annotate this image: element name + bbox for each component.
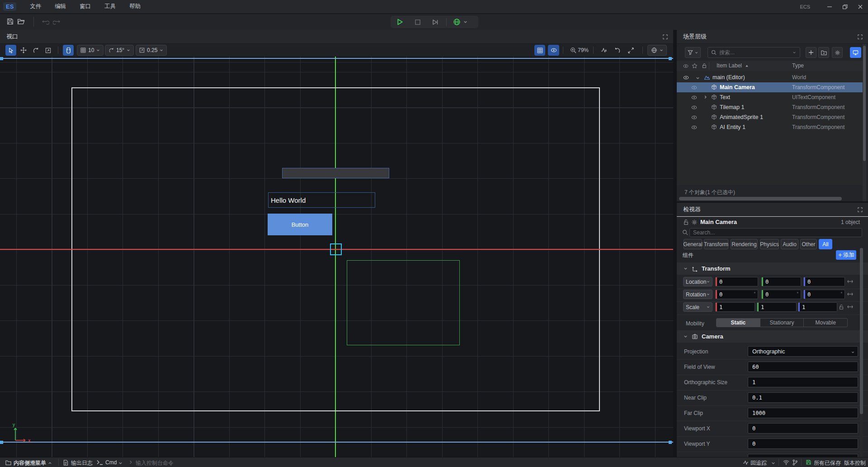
add-folder-button[interactable] xyxy=(818,47,829,58)
tree-row-text[interactable]: Text UITextComponent xyxy=(677,92,864,102)
near-clip-input[interactable]: 0.1 xyxy=(748,392,858,403)
scale-x-input[interactable]: 1 xyxy=(715,302,755,312)
far-clip-input[interactable]: 1000 xyxy=(748,408,858,418)
scale-y-input[interactable]: 1 xyxy=(757,302,797,312)
ortho-size-input[interactable]: 1 xyxy=(748,377,858,387)
mobility-movable[interactable]: Movable xyxy=(804,319,847,327)
link-icon[interactable] xyxy=(847,305,853,309)
redo-icon[interactable] xyxy=(53,18,61,25)
display-mode-button[interactable] xyxy=(850,47,861,58)
mobility-static[interactable]: Static xyxy=(717,319,760,327)
column-item-label[interactable]: Item Label xyxy=(717,62,742,69)
menu-tools[interactable]: 工具 xyxy=(104,3,116,10)
menu-help[interactable]: 帮助 xyxy=(129,3,141,10)
edge-handle[interactable] xyxy=(0,57,3,60)
close-button[interactable] xyxy=(853,0,868,14)
settings-gear-icon[interactable] xyxy=(691,219,698,225)
unlock-icon[interactable] xyxy=(683,219,689,225)
mobility-stationary[interactable]: Stationary xyxy=(760,319,804,327)
scale-tool-button[interactable] xyxy=(43,45,53,56)
grid-snap-dropdown[interactable]: 10 xyxy=(77,45,104,56)
tab-all[interactable]: All xyxy=(819,239,832,249)
scene-canvas[interactable]: Hello World Button y x xyxy=(0,57,673,457)
hierarchy-expand-icon[interactable] xyxy=(858,34,863,39)
column-type[interactable]: Type xyxy=(792,62,804,69)
tree-row-ai-entity[interactable]: AI Entity 1 TransformComponent xyxy=(677,122,864,132)
grid-toggle-button[interactable] xyxy=(534,45,545,56)
tab-transform[interactable]: Transform xyxy=(704,239,728,249)
projection-select[interactable]: Orthographic xyxy=(748,346,858,357)
transform-section-header[interactable]: Transform xyxy=(677,262,868,275)
inspector-expand-icon[interactable] xyxy=(858,207,863,212)
tree-row-main[interactable]: main (Editor) World xyxy=(677,72,864,82)
hierarchy-settings-button[interactable] xyxy=(832,47,843,58)
rotation-x-input[interactable]: 0° xyxy=(715,290,758,299)
sprite-object[interactable] xyxy=(282,168,389,178)
edge-handle[interactable] xyxy=(669,441,672,444)
tree-row-tilemap[interactable]: Tilemap 1 TransformComponent xyxy=(677,102,864,112)
location-dropdown[interactable]: Location xyxy=(683,277,712,286)
rotation-y-input[interactable]: 0° xyxy=(761,290,801,299)
filter-button[interactable] xyxy=(685,47,701,58)
globe-icon[interactable] xyxy=(453,18,461,26)
rotate-tool-button[interactable] xyxy=(31,45,41,56)
tab-general[interactable]: General xyxy=(684,239,702,249)
edge-handle[interactable] xyxy=(0,441,3,444)
add-component-button[interactable]: 添加 xyxy=(836,250,856,260)
zoom-icon[interactable] xyxy=(569,45,578,56)
trace-label[interactable]: 回追踪 xyxy=(750,459,767,467)
camera-section-header[interactable]: Camera xyxy=(677,330,868,343)
stats-icon[interactable] xyxy=(599,45,609,56)
scale-z-input[interactable]: 1 xyxy=(798,302,837,312)
console-input-placeholder[interactable]: 输入控制台命令 xyxy=(136,459,174,467)
save-icon[interactable] xyxy=(6,18,14,25)
world-dropdown[interactable] xyxy=(647,45,667,56)
select-tool-button[interactable] xyxy=(5,45,16,56)
viewport-expand-icon[interactable] xyxy=(663,34,668,39)
tab-rendering[interactable]: Rendering xyxy=(731,239,758,249)
text-object[interactable]: Hello World xyxy=(268,192,375,208)
undo-icon[interactable] xyxy=(42,18,49,25)
location-z-input[interactable]: 0 xyxy=(803,277,845,286)
reset-view-icon[interactable] xyxy=(613,45,622,56)
visibility-toggle-button[interactable] xyxy=(548,45,559,56)
hierarchy-search-input[interactable]: 搜索... xyxy=(708,47,800,58)
button-object[interactable]: Button xyxy=(268,214,332,235)
hierarchy-vscrollbar[interactable] xyxy=(863,44,866,201)
edge-handle[interactable] xyxy=(669,57,672,60)
viewport-y-input[interactable]: 0 xyxy=(748,438,858,449)
menu-window[interactable]: 窗口 xyxy=(80,3,91,10)
inspector-search-input[interactable]: Search... xyxy=(689,228,862,237)
location-y-input[interactable]: 0 xyxy=(761,277,801,286)
zoom-level[interactable]: 79% xyxy=(578,45,589,56)
rotation-snap-dropdown[interactable]: 15° xyxy=(105,45,134,56)
snap-magnet-button[interactable] xyxy=(63,45,74,56)
menu-edit[interactable]: 编辑 xyxy=(55,3,66,10)
maximize-button[interactable] xyxy=(837,0,853,14)
scale-dropdown[interactable]: Scale xyxy=(683,302,712,312)
link-icon[interactable] xyxy=(847,279,853,284)
link-icon[interactable] xyxy=(847,292,853,296)
globe-dropdown-chevron[interactable] xyxy=(463,20,467,24)
cmd-label[interactable]: Cmd xyxy=(105,459,117,466)
tab-physics[interactable]: Physics xyxy=(760,239,779,249)
menu-file[interactable]: 文件 xyxy=(30,3,41,10)
open-folder-icon[interactable] xyxy=(17,18,25,25)
step-button[interactable] xyxy=(432,19,439,26)
play-button[interactable] xyxy=(396,18,404,26)
selection-gizmo[interactable] xyxy=(330,243,342,255)
stop-button[interactable] xyxy=(415,19,421,25)
rotation-dropdown[interactable]: Rotation xyxy=(683,290,712,299)
scale-snap-dropdown[interactable]: 0.25 xyxy=(136,45,167,56)
move-tool-button[interactable] xyxy=(19,45,28,56)
location-x-input[interactable]: 0 xyxy=(715,277,758,286)
app-logo[interactable]: ES xyxy=(3,2,16,11)
tree-row-main-camera[interactable]: Main Camera TransformComponent xyxy=(677,82,864,92)
content-menu-label[interactable]: 内容侧滑菜单 xyxy=(14,459,46,467)
add-entity-button[interactable] xyxy=(806,47,816,58)
tab-audio[interactable]: Audio xyxy=(781,239,798,249)
version-control-label[interactable]: 版本控制 xyxy=(844,459,866,467)
minimize-button[interactable] xyxy=(822,0,837,14)
inspector-scrollbar[interactable] xyxy=(860,248,863,457)
tab-other[interactable]: Other xyxy=(800,239,817,249)
